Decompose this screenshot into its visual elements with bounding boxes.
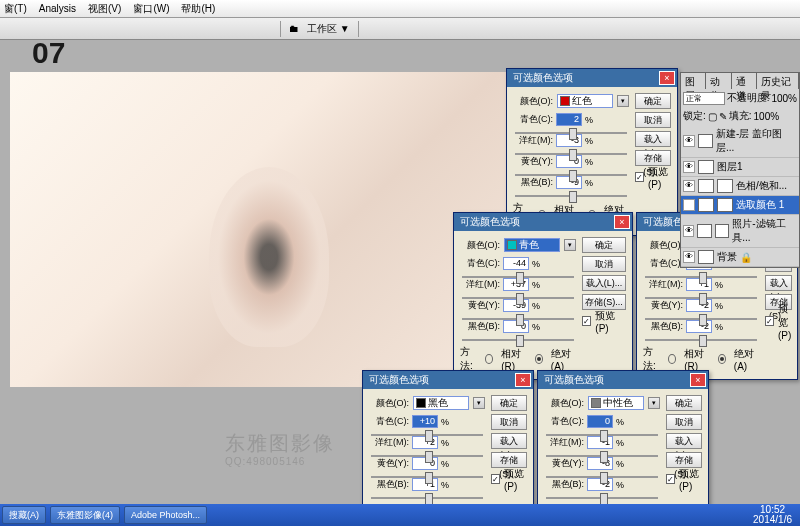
canvas[interactable]	[10, 72, 508, 387]
cancel-button[interactable]: 取消	[582, 256, 626, 272]
cancel-button[interactable]: 取消	[635, 112, 671, 128]
cyan-label: 青色(C):	[513, 113, 553, 126]
slider[interactable]	[645, 339, 757, 341]
slider[interactable]	[546, 497, 658, 499]
workspace-dropdown[interactable]: 工作区 ▼	[307, 22, 350, 36]
taskbar-item[interactable]: 东雅图影像(4)	[50, 506, 120, 524]
eye-icon[interactable]: 👁	[683, 199, 695, 211]
color-dropdown[interactable]: 黑色	[413, 396, 469, 410]
preview-checkbox[interactable]: ✓	[635, 172, 644, 182]
slider[interactable]	[546, 455, 658, 457]
load-button[interactable]: 载入(L)...	[635, 131, 671, 147]
eye-icon[interactable]: 👁	[683, 161, 695, 173]
ok-button[interactable]: 确定	[635, 93, 671, 109]
layer-row[interactable]: 👁背景🔒	[681, 248, 799, 267]
close-icon[interactable]: ×	[690, 373, 706, 387]
cyan-value[interactable]: +10	[412, 415, 438, 428]
chevron-down-icon[interactable]: ▾	[473, 397, 485, 409]
cyan-slider[interactable]	[515, 132, 627, 134]
ok-button[interactable]: 确定	[582, 237, 626, 253]
absolute-radio[interactable]	[535, 354, 543, 364]
preview-checkbox[interactable]: ✓	[491, 474, 500, 484]
close-icon[interactable]: ×	[515, 373, 531, 387]
tab-actions[interactable]: 动作	[706, 73, 731, 89]
lock-icon[interactable]: ✎	[719, 111, 727, 122]
eye-icon[interactable]: 👁	[683, 251, 695, 263]
slider[interactable]	[462, 297, 574, 299]
eye-icon[interactable]: 👁	[683, 135, 695, 147]
layer-row[interactable]: 👁图层1	[681, 158, 799, 177]
cyan-value[interactable]: 2	[556, 113, 582, 126]
slider[interactable]	[546, 476, 658, 478]
cyan-value[interactable]: 0	[587, 415, 613, 428]
dialog-titlebar[interactable]: 可选颜色选项×	[454, 213, 632, 231]
layer-row[interactable]: 👁选取颜色 1	[681, 196, 799, 215]
slider[interactable]	[371, 497, 483, 499]
chevron-down-icon[interactable]: ▾	[564, 239, 576, 251]
cyan-value[interactable]: -44	[503, 257, 529, 270]
close-icon[interactable]: ×	[659, 71, 675, 85]
layer-row[interactable]: 👁新建-层 盖印图层...	[681, 125, 799, 158]
eye-icon[interactable]: 👁	[683, 225, 694, 237]
dialog-titlebar[interactable]: 可选颜色选项×	[507, 69, 677, 87]
load-button[interactable]: 载入(L)...	[582, 275, 626, 291]
menu-window[interactable]: 窗(T)	[4, 2, 27, 16]
workspace-icon[interactable]: 🖿	[289, 23, 299, 34]
menu-view[interactable]: 视图(V)	[88, 2, 121, 16]
magenta-slider[interactable]	[515, 153, 627, 155]
slider[interactable]	[645, 318, 757, 320]
taskbar-item[interactable]: Adobe Photosh...	[124, 506, 207, 524]
cancel-button[interactable]: 取消	[491, 414, 527, 430]
taskbar-item[interactable]: 搜藏(A)	[2, 506, 46, 524]
chevron-down-icon[interactable]: ▾	[617, 95, 629, 107]
absolute-radio[interactable]	[718, 354, 726, 364]
relative-radio[interactable]	[485, 354, 493, 364]
layer-row[interactable]: 👁照片-滤镜工具...	[681, 215, 799, 248]
load-button[interactable]: 载入(L)...	[491, 433, 527, 449]
slider[interactable]	[645, 276, 757, 278]
tab-history[interactable]: 历史记录	[757, 73, 799, 89]
opacity-value[interactable]: 100%	[771, 93, 797, 104]
cancel-button[interactable]: 取消	[666, 414, 702, 430]
relative-radio[interactable]	[668, 354, 676, 364]
tab-channels[interactable]: 通道	[732, 73, 757, 89]
slider[interactable]	[462, 318, 574, 320]
eye-icon[interactable]: 👁	[683, 180, 695, 192]
dialog-titlebar[interactable]: 可选颜色选项×	[363, 371, 533, 389]
preview-checkbox[interactable]: ✓	[765, 316, 774, 326]
layer-row[interactable]: 👁色相/饱和...	[681, 177, 799, 196]
slider[interactable]	[371, 455, 483, 457]
color-dropdown[interactable]: 红色	[557, 94, 613, 108]
black-slider[interactable]	[515, 195, 627, 197]
menu-help[interactable]: 帮助(H)	[181, 2, 215, 16]
dialog-titlebar[interactable]: 可选颜色选项×	[538, 371, 708, 389]
menu-w[interactable]: 窗口(W)	[133, 2, 169, 16]
lock-icon[interactable]: ▢	[708, 111, 717, 122]
preview-checkbox[interactable]: ✓	[666, 474, 675, 484]
slider[interactable]	[546, 434, 658, 436]
blend-mode-dropdown[interactable]: 正常	[683, 92, 725, 105]
slider[interactable]	[462, 339, 574, 341]
taskbar: 搜藏(A) 东雅图影像(4) Adobe Photosh... 10:52201…	[0, 504, 800, 526]
color-dropdown[interactable]: 青色	[504, 238, 560, 252]
color-dropdown[interactable]: 中性色	[588, 396, 644, 410]
selective-color-dialog-1: 可选颜色选项× 颜色(O):红色▾ 青色(C):2% 洋红(M):-3% 黄色(…	[506, 68, 678, 236]
slider[interactable]	[371, 476, 483, 478]
slider[interactable]	[645, 297, 757, 299]
load-button[interactable]: 载入(L)...	[765, 275, 792, 291]
slider[interactable]	[371, 434, 483, 436]
preview-checkbox[interactable]: ✓	[582, 316, 591, 326]
yellow-slider[interactable]	[515, 174, 627, 176]
chevron-down-icon[interactable]: ▾	[648, 397, 660, 409]
ok-button[interactable]: 确定	[491, 395, 527, 411]
system-clock[interactable]: 10:522014/1/6	[753, 505, 798, 525]
load-button[interactable]: 载入(L)...	[666, 433, 702, 449]
tab-layers[interactable]: 图层	[681, 73, 706, 89]
fill-value[interactable]: 100%	[754, 111, 780, 122]
close-icon[interactable]: ×	[614, 215, 630, 229]
menu-analysis[interactable]: Analysis	[39, 3, 76, 14]
ok-button[interactable]: 确定	[666, 395, 702, 411]
options-bar: 🖿 工作区 ▼	[0, 18, 800, 40]
slider[interactable]	[462, 276, 574, 278]
layer-thumbnail	[698, 134, 713, 148]
